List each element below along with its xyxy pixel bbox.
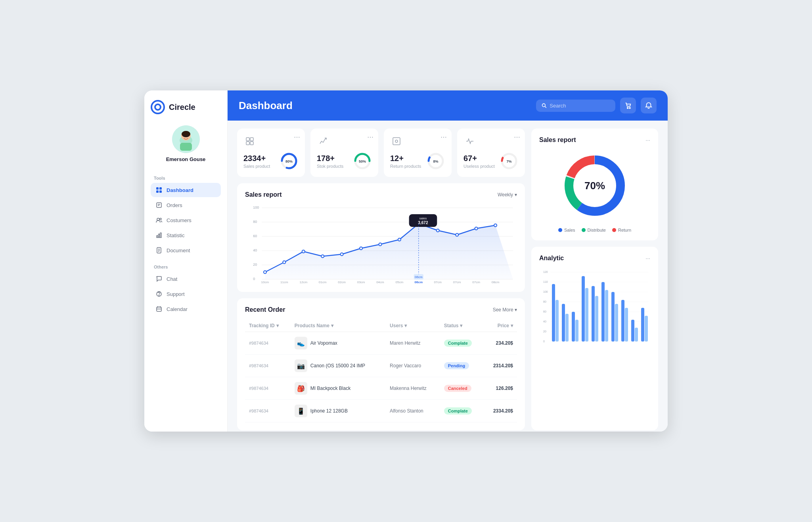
- sidebar-item-label: Chat: [167, 276, 177, 282]
- svg-text:03cm: 03cm: [357, 280, 365, 284]
- user-cell: Alfonso Stanton: [386, 400, 440, 422]
- tools-label: Tools: [154, 176, 218, 180]
- price-cell: 126.20$: [483, 377, 517, 400]
- svg-text:120: 120: [543, 271, 548, 273]
- svg-text:01cm: 01cm: [319, 280, 327, 284]
- svg-text:04cm: 04cm: [376, 280, 384, 284]
- distribute-dot: [582, 228, 586, 232]
- donut-percent-label: 70%: [584, 180, 605, 192]
- sidebar-item-orders[interactable]: Orders: [151, 198, 221, 212]
- stat-icon-return: [390, 135, 403, 148]
- svg-rect-120: [565, 314, 569, 342]
- stat-donut-sales: 80%: [280, 152, 299, 171]
- svg-point-0: [151, 101, 164, 113]
- analytic-menu[interactable]: ···: [645, 255, 650, 261]
- svg-text:100: 100: [543, 290, 548, 293]
- svg-point-68: [321, 255, 324, 258]
- svg-text:05cm: 05cm: [396, 280, 404, 284]
- customers-icon: [155, 217, 163, 224]
- sales-report-right-title: Sales report: [539, 136, 576, 144]
- main-nav: Dashboard Orders Costumers Statistic: [151, 183, 221, 258]
- svg-rect-18: [157, 236, 158, 238]
- product-thumb: 👟: [295, 337, 307, 349]
- weekly-filter[interactable]: Weekly ▾: [498, 192, 517, 198]
- sidebar-item-calendar[interactable]: Calendar: [151, 302, 221, 316]
- svg-rect-8: [180, 143, 192, 151]
- recent-orders-title: Recent Order: [245, 306, 285, 313]
- svg-text:7%: 7%: [506, 159, 511, 163]
- svg-text:08cm: 08cm: [492, 280, 500, 284]
- app-name: Cirecle: [169, 103, 195, 112]
- svg-rect-35: [246, 138, 249, 141]
- svg-text:10cm: 10cm: [261, 280, 269, 284]
- sidebar-item-document[interactable]: Document: [151, 243, 221, 257]
- analytic-header: Analytic ···: [539, 255, 650, 262]
- product-name: Air Vopomax: [310, 340, 337, 346]
- svg-point-76: [475, 227, 478, 230]
- search-input[interactable]: [550, 103, 610, 109]
- tracking-cell: #9874634: [245, 400, 291, 422]
- notifications-button[interactable]: [641, 98, 657, 113]
- svg-rect-38: [250, 142, 253, 145]
- stat-card-menu[interactable]: ⋯: [440, 133, 447, 141]
- recent-orders-header: Recent Order See More ▾: [245, 306, 517, 313]
- calendar-icon: [155, 305, 163, 313]
- svg-point-33: [627, 107, 628, 109]
- svg-text:60: 60: [543, 310, 546, 313]
- sidebar-item-label: Statistic: [167, 232, 185, 238]
- svg-text:0: 0: [253, 277, 255, 281]
- svg-point-34: [629, 107, 630, 109]
- sidebar-item-label: Support: [167, 291, 185, 297]
- product-thumb: 🎒: [295, 382, 307, 395]
- svg-text:12cm: 12cm: [299, 280, 307, 284]
- sidebar-item-statistic[interactable]: Statistic: [151, 228, 221, 242]
- sales-report-menu[interactable]: ···: [645, 137, 650, 143]
- status-cell: Canceled: [440, 377, 483, 400]
- tracking-cell: #9874634: [245, 377, 291, 400]
- table-row: #9874634 📷 Canon (OS 15000 24 IMP Roger …: [245, 355, 517, 377]
- stat-value-sales: 2334+: [243, 154, 270, 163]
- status-badge: Canceled: [444, 385, 471, 392]
- sidebar-item-label: Costumers: [167, 217, 192, 223]
- orders-icon: [155, 202, 163, 209]
- sidebar-item-support[interactable]: Support: [151, 287, 221, 301]
- svg-rect-135: [641, 308, 644, 342]
- stat-card-menu[interactable]: ⋯: [294, 133, 300, 141]
- stat-label-sales: Sales product: [243, 164, 270, 169]
- bell-icon: [645, 102, 652, 109]
- svg-point-46: [395, 140, 398, 142]
- sidebar-item-customers[interactable]: Costumers: [151, 213, 221, 227]
- svg-rect-124: [585, 288, 588, 342]
- stat-card-menu[interactable]: ⋯: [514, 133, 520, 141]
- svg-text:3,672: 3,672: [418, 221, 428, 225]
- svg-rect-37: [246, 142, 249, 145]
- stat-card-menu[interactable]: ⋯: [367, 133, 373, 141]
- cart-button[interactable]: [620, 98, 636, 113]
- see-more-button[interactable]: See More ▾: [493, 307, 517, 313]
- sales-dot: [558, 228, 562, 232]
- search-box[interactable]: [536, 100, 615, 112]
- svg-point-70: [360, 247, 362, 250]
- sales-report-right: Sales report ···: [531, 129, 658, 240]
- svg-text:06cm: 06cm: [415, 280, 423, 284]
- price-cell: 234.20$: [483, 332, 517, 355]
- svg-rect-118: [555, 300, 559, 342]
- avatar: [172, 125, 200, 153]
- sidebar-item-dashboard[interactable]: Dashboard: [151, 183, 221, 197]
- return-dot: [612, 228, 616, 232]
- svg-text:07cm: 07cm: [472, 280, 480, 284]
- svg-point-16: [157, 218, 159, 221]
- table-row: #9874634 🎒 MI Backpock Black Makenna Her…: [245, 377, 517, 400]
- svg-point-72: [398, 238, 401, 241]
- svg-rect-129: [611, 292, 615, 342]
- svg-point-66: [283, 261, 285, 264]
- svg-rect-121: [572, 312, 575, 342]
- svg-text:60: 60: [253, 234, 257, 238]
- svg-text:sales: sales: [419, 217, 427, 220]
- svg-text:50%: 50%: [359, 159, 366, 163]
- sidebar-item-chat[interactable]: Chat: [151, 272, 221, 286]
- stat-donut-return: 8%: [426, 152, 445, 171]
- stat-icon-stock: [317, 135, 329, 148]
- svg-rect-132: [625, 308, 628, 342]
- sidebar: Cirecle Emerson Gouse Tools: [144, 90, 228, 432]
